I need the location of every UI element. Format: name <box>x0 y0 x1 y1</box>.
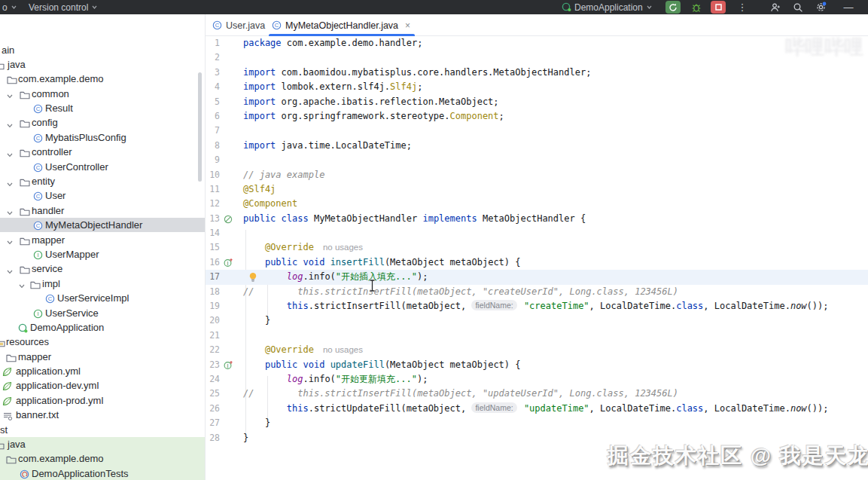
tree-row-service[interactable]: service <box>0 261 205 276</box>
chevron-expanded-icon[interactable] <box>6 148 14 156</box>
line-number[interactable]: 6 <box>206 109 220 124</box>
tree-row-impl[interactable]: impl <box>0 276 205 290</box>
line-number[interactable]: 5 <box>206 95 220 109</box>
minimize-button[interactable]: — <box>841 1 856 14</box>
line-number[interactable]: 20 <box>206 313 220 328</box>
tree-row-demoapplicationtests[interactable]: DemoApplicationTests <box>0 466 205 480</box>
code-line-12: 12@Component <box>206 197 868 211</box>
tree-row-label: MyMetaObjectHandler <box>45 219 142 231</box>
line-number[interactable]: 21 <box>206 329 220 343</box>
parameter-name-inlay-hint: fieldName: <box>471 402 516 413</box>
tree-row-java[interactable]: java <box>0 437 205 451</box>
line-number[interactable]: 3 <box>206 66 220 80</box>
line-number[interactable]: 24 <box>206 372 220 387</box>
tab-mymetaobjecthandler-java[interactable]: C MyMetaObjectHandler.java × <box>272 14 410 36</box>
code-line-16: 16I public void insertFill(MetaObject me… <box>206 255 868 270</box>
tree-row-com-example-demo[interactable]: com.example.demo <box>0 72 205 86</box>
tree-row-user[interactable]: CUser <box>0 188 205 203</box>
rerun-button[interactable] <box>665 1 681 14</box>
chevron-expanded-icon[interactable] <box>6 265 14 273</box>
line-number[interactable]: 7 <box>206 124 220 138</box>
tree-row-userserviceimpl[interactable]: CUserServiceImpl <box>0 291 205 305</box>
line-number[interactable]: 12 <box>206 197 220 211</box>
line-number[interactable]: 22 <box>206 343 220 357</box>
debug-button[interactable] <box>689 1 704 14</box>
code-with-me-button[interactable] <box>768 1 783 14</box>
tree-row-resources[interactable]: resources <box>0 335 205 349</box>
code-line-11: 11@Slf4j <box>206 182 868 197</box>
tree-row-usercontroller[interactable]: CUserController <box>0 159 205 173</box>
line-number[interactable]: 25 <box>206 387 220 401</box>
line-number[interactable]: 11 <box>206 182 220 197</box>
tree-row-demoapplication[interactable]: DemoApplication <box>0 319 205 334</box>
spring-bean-gutter-icon[interactable] <box>224 214 233 224</box>
line-number[interactable]: 28 <box>206 431 220 445</box>
code-editor[interactable]: 1package com.example.demo.handler;23impo… <box>206 36 868 480</box>
line-number[interactable]: 2 <box>206 50 220 65</box>
tree-row-com-example-demo[interactable]: com.example.demo <box>0 451 205 466</box>
tree-row-ain[interactable]: ain <box>0 42 205 57</box>
tree-row-application-prod-yml[interactable]: application-prod.yml <box>0 393 205 407</box>
tree-row-mybatisplusconfig[interactable]: CMybatisPlusConfig <box>0 130 205 144</box>
tree-row-userservice[interactable]: IUserService <box>0 305 205 319</box>
line-number[interactable]: 18 <box>206 285 220 299</box>
chevron-expanded-icon[interactable] <box>6 90 14 97</box>
line-number[interactable]: 10 <box>206 168 220 182</box>
tree-row-usermapper[interactable]: IUserMapper <box>0 246 205 261</box>
line-number[interactable]: 16 <box>206 255 220 270</box>
implements-method-gutter-icon[interactable]: I <box>224 258 233 268</box>
iface-icon: I <box>33 308 44 318</box>
tree-row-st[interactable]: st <box>0 422 205 436</box>
tree-row-java[interactable]: java <box>0 57 205 71</box>
usages-inlay-hint: no usages <box>323 243 363 252</box>
implements-method-gutter-icon[interactable]: I <box>224 360 233 370</box>
line-number[interactable]: 23 <box>206 358 220 372</box>
version-control-menu[interactable]: Version control <box>29 0 98 14</box>
project-panel-scrollbar[interactable] <box>198 72 202 182</box>
line-number[interactable]: 9 <box>206 153 220 167</box>
tree-row-mapper[interactable]: mapper <box>0 349 205 363</box>
run-configuration-widget[interactable]: DemoApplication <box>562 0 653 14</box>
line-number[interactable]: 8 <box>206 139 220 153</box>
chevron-expanded-icon[interactable] <box>6 178 14 185</box>
more-actions-button[interactable]: ⋮ <box>735 1 750 14</box>
stop-icon <box>715 4 722 11</box>
tree-row-result[interactable]: CResult <box>0 101 205 115</box>
tree-row-common[interactable]: common <box>0 86 205 100</box>
chevron-expanded-icon[interactable] <box>6 119 14 127</box>
stop-button[interactable] <box>711 1 726 14</box>
chevron-expanded-icon[interactable] <box>6 236 14 243</box>
line-number[interactable]: 26 <box>206 402 220 416</box>
line-number[interactable]: 17 <box>206 270 220 284</box>
line-number[interactable]: 27 <box>206 416 220 430</box>
editor-tab-bar: C User.java C MyMetaObjectHandler.java × <box>206 14 868 36</box>
code-line-text: // this.strictInsertFill(metaObject, "up… <box>243 387 678 401</box>
line-number[interactable]: 4 <box>206 80 220 94</box>
chevron-expanded-icon[interactable] <box>18 280 26 287</box>
run-configuration-label: DemoApplication <box>574 2 643 13</box>
tree-row-entity[interactable]: entity <box>0 174 205 188</box>
tree-row-application-yml[interactable]: application.yml <box>0 364 205 378</box>
line-number[interactable]: 14 <box>206 226 220 240</box>
search-everywhere-button[interactable] <box>790 1 806 14</box>
tree-row-banner-txt[interactable]: banner.txt <box>0 408 205 422</box>
settings-button[interactable] <box>813 1 828 14</box>
line-number[interactable]: 19 <box>206 299 220 313</box>
tree-row-application-dev-yml[interactable]: application-dev.yml <box>0 378 205 393</box>
faint-watermark: 哔哩哔哩 <box>785 34 863 60</box>
close-icon[interactable]: × <box>405 20 410 31</box>
tree-row-handler[interactable]: handler <box>0 203 205 217</box>
line-number[interactable]: 13 <box>206 212 220 226</box>
tree-row-config[interactable]: config <box>0 115 205 130</box>
line-number[interactable]: 1 <box>206 36 220 50</box>
project-widget[interactable]: o <box>2 0 17 14</box>
tab-user-java[interactable]: C User.java <box>212 14 265 36</box>
code-line-25: 25// this.strictInsertFill(metaObject, "… <box>206 387 868 401</box>
tree-row-controller[interactable]: controller <box>0 145 205 159</box>
chevron-expanded-icon[interactable] <box>6 206 14 214</box>
tree-row-mymetaobjecthandler[interactable]: CMyMetaObjectHandler <box>0 218 205 232</box>
code-line-text: import org.springframework.stereotype.Co… <box>243 109 504 124</box>
code-line-text: import com.baomidou.mybatisplus.core.han… <box>243 66 591 80</box>
line-number[interactable]: 15 <box>206 240 220 255</box>
tree-row-mapper[interactable]: mapper <box>0 232 205 246</box>
